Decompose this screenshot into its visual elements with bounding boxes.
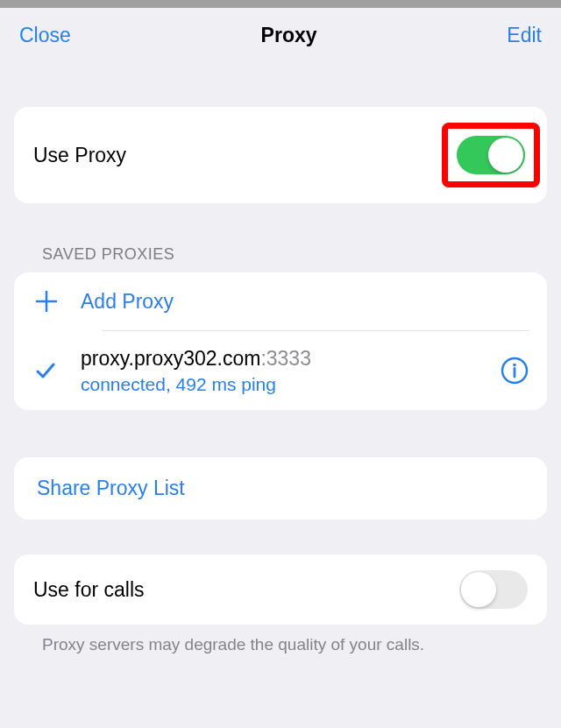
use-proxy-toggle[interactable] bbox=[457, 136, 525, 174]
use-for-calls-toggle[interactable] bbox=[459, 570, 528, 609]
header: Close Proxy Edit bbox=[0, 8, 561, 63]
share-proxy-list-label: Share Proxy List bbox=[37, 477, 524, 500]
share-group: Share Proxy List bbox=[14, 457, 547, 519]
calls-footer-text: Proxy servers may degrade the quality of… bbox=[0, 625, 561, 654]
use-proxy-row: Use Proxy bbox=[14, 107, 547, 203]
proxy-host: proxy.proxy302.com:3333 bbox=[81, 347, 491, 371]
proxy-row[interactable]: proxy.proxy302.com:3333 connected, 492 m… bbox=[14, 331, 547, 410]
proxy-info: proxy.proxy302.com:3333 connected, 492 m… bbox=[81, 347, 491, 395]
add-proxy-row[interactable]: Add Proxy bbox=[14, 272, 547, 330]
check-icon bbox=[33, 358, 81, 383]
page-title: Proxy bbox=[261, 24, 317, 47]
info-icon[interactable] bbox=[491, 356, 529, 385]
use-for-calls-row: Use for calls bbox=[14, 555, 547, 625]
plus-icon bbox=[33, 288, 81, 315]
proxy-status: connected, 492 ms ping bbox=[81, 374, 491, 395]
close-button[interactable]: Close bbox=[19, 24, 71, 47]
add-proxy-label: Add Proxy bbox=[81, 290, 174, 314]
share-proxy-list-row[interactable]: Share Proxy List bbox=[14, 457, 547, 519]
saved-proxies-header: SAVED PROXIES bbox=[0, 245, 561, 272]
svg-point-3 bbox=[513, 364, 516, 367]
toggle-knob bbox=[461, 572, 496, 607]
edit-button[interactable]: Edit bbox=[507, 24, 542, 47]
use-for-calls-label: Use for calls bbox=[33, 578, 459, 602]
toggle-knob bbox=[488, 138, 523, 173]
highlight-box bbox=[442, 123, 540, 187]
use-for-calls-group: Use for calls bbox=[14, 555, 547, 625]
use-proxy-label: Use Proxy bbox=[33, 144, 442, 167]
proxy-port: :3333 bbox=[260, 347, 311, 370]
modal-top-shadow bbox=[0, 0, 561, 8]
use-proxy-group: Use Proxy bbox=[14, 107, 547, 203]
saved-proxies-group: Add Proxy proxy.proxy302.com:3333 connec… bbox=[14, 272, 547, 410]
